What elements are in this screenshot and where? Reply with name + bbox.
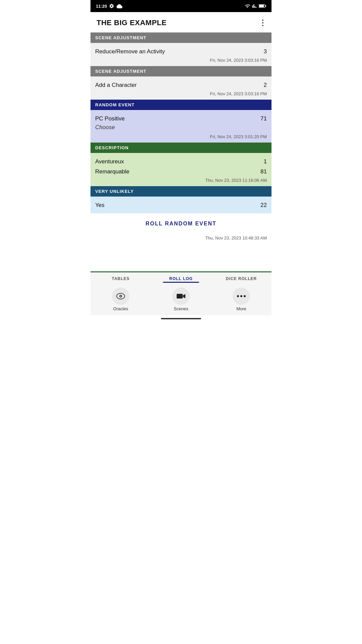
signal-icon — [252, 3, 257, 9]
section-header-scene-adjustment-2: SCENE ADJUSTMENT — [90, 66, 272, 76]
bottom-nav: TABLES ROLL LOG DICE ROLLER Oracles — [90, 271, 272, 322]
dot2 — [262, 22, 263, 23]
oracles-icon-circle — [112, 287, 129, 305]
entry-label-3: PC Positive — [95, 115, 125, 122]
bottom-icons: Oracles Scenes More — [90, 285, 272, 315]
scenes-button[interactable]: Scenes — [151, 287, 211, 311]
entry-label-4b: Remarquable — [95, 168, 129, 175]
app-header: THE BIG EXAMPLE — [90, 12, 272, 33]
svg-marker-7 — [183, 294, 185, 298]
oracles-label: Oracles — [113, 306, 128, 311]
svg-point-5 — [120, 296, 121, 297]
entry-number-4a: 1 — [264, 158, 267, 165]
status-right — [245, 3, 266, 9]
bottom-tabs: TABLES ROLL LOG DICE ROLLER — [90, 272, 272, 285]
entry-row-2: Add a Character 2 — [95, 80, 267, 90]
entry-block-4: Aventureux 1 Remarquable 81 Thu, Nov 23,… — [90, 153, 272, 186]
entry-row-5: Yes 22 — [95, 200, 267, 210]
settings-icon — [109, 3, 114, 9]
oracles-button[interactable]: Oracles — [90, 287, 151, 311]
entry-timestamp-4: Thu, Nov 23, 2023 11:16:06 AM — [95, 176, 267, 186]
scenes-icon-circle — [172, 287, 190, 305]
scenes-label: Scenes — [174, 306, 188, 311]
entry-row-1: Reduce/Remove an Activity 3 — [95, 46, 267, 56]
section-header-very-unlikely: VERY UNLIKELY — [90, 186, 272, 197]
entry-block-3: PC Positive 71 Choose Fri, Nov 24, 2023 … — [90, 110, 272, 143]
roll-random-event-button[interactable]: ROLL RANDOM EVENT — [90, 213, 272, 234]
entry-label-5: Yes — [95, 202, 105, 209]
entry-italic-3: Choose — [95, 123, 267, 133]
overflow-menu-button[interactable] — [259, 18, 266, 28]
entry-number-5: 22 — [260, 202, 267, 209]
entry-timestamp-3: Fri, Nov 24, 2023 3:01:20 PM — [95, 133, 267, 143]
dot3 — [262, 25, 263, 26]
entry-block-1: Reduce/Remove an Activity 3 Fri, Nov 24,… — [90, 43, 272, 66]
svg-point-10 — [244, 295, 246, 297]
entry-number-3: 71 — [260, 115, 267, 122]
battery-icon — [259, 4, 266, 8]
tab-roll-log-indicator — [163, 282, 199, 283]
entry-block-5: Yes 22 — [90, 197, 272, 213]
entry-row-4b: Remarquable 81 — [95, 166, 267, 176]
tab-dice-roller[interactable]: DICE ROLLER — [211, 275, 272, 284]
tab-roll-log[interactable]: ROLL LOG — [151, 275, 211, 284]
entry-number-4b: 81 — [260, 168, 267, 175]
entry-block-2: Add a Character 2 Fri, Nov 24, 2023 3:03… — [90, 76, 272, 100]
tab-tables[interactable]: TABLES — [90, 275, 151, 284]
section-header-description: DESCRIPTION — [90, 143, 272, 153]
entry-row-4a: Aventureux 1 — [95, 156, 267, 166]
tab-dice-roller-indicator — [223, 282, 259, 283]
tab-tables-label: TABLES — [112, 276, 129, 281]
home-indicator — [90, 315, 272, 322]
roll-random-event-timestamp: Thu, Nov 23, 2023 10:48:33 AM — [90, 234, 272, 245]
more-label: More — [236, 306, 246, 311]
svg-rect-6 — [177, 294, 183, 299]
more-button[interactable]: More — [211, 287, 272, 311]
wifi-icon — [245, 3, 250, 9]
entry-number-2: 2 — [264, 82, 267, 89]
tab-tables-indicator — [103, 282, 139, 283]
entry-label-2: Add a Character — [95, 82, 137, 89]
entry-timestamp-1: Fri, Nov 24, 2023 3:03:16 PM — [95, 56, 267, 66]
eye-icon — [116, 293, 125, 300]
status-time: 11:20 — [96, 4, 107, 9]
scroll-content: SCENE ADJUSTMENT Reduce/Remove an Activi… — [90, 33, 272, 271]
entry-row-3: PC Positive 71 — [95, 113, 267, 123]
more-dots-icon — [236, 294, 246, 298]
status-left: 11:20 — [96, 3, 122, 9]
camera-icon — [176, 292, 186, 300]
tab-dice-roller-label: DICE ROLLER — [226, 276, 257, 281]
app-title: THE BIG EXAMPLE — [97, 18, 167, 27]
cloud-icon — [116, 4, 122, 8]
status-bar: 11:20 — [90, 0, 272, 12]
dot1 — [262, 19, 263, 21]
svg-rect-1 — [259, 5, 264, 7]
section-header-random-event: RANDOM EVENT — [90, 100, 272, 110]
section-header-scene-adjustment-1: SCENE ADJUSTMENT — [90, 33, 272, 43]
svg-rect-2 — [265, 5, 266, 7]
entry-timestamp-2: Fri, Nov 24, 2023 3:03:16 PM — [95, 90, 267, 100]
svg-point-8 — [237, 295, 239, 297]
entry-number-1: 3 — [264, 48, 267, 55]
tab-roll-log-label: ROLL LOG — [169, 276, 193, 281]
svg-point-9 — [240, 295, 242, 297]
entry-label-1: Reduce/Remove an Activity — [95, 48, 165, 55]
entry-label-4a: Aventureux — [95, 158, 124, 165]
more-icon-circle — [233, 287, 250, 305]
home-bar — [161, 318, 201, 319]
